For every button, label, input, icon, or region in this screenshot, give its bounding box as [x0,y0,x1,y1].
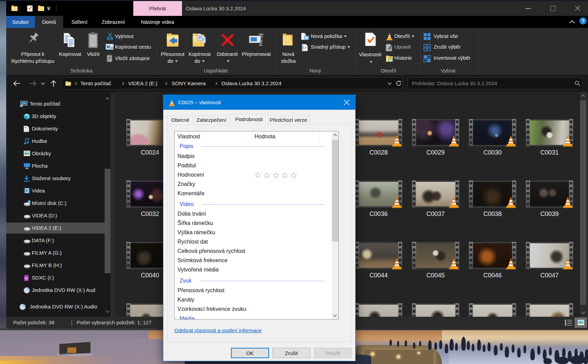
svg-text:SD: SD [25,277,28,279]
